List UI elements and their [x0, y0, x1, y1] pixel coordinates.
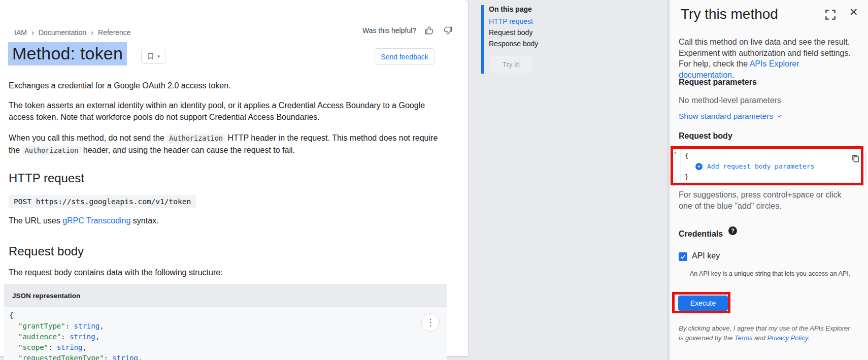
- panel-description: Call this method on live data and see th…: [679, 37, 852, 80]
- json-representation-header: JSON representation: [4, 284, 447, 307]
- json-code: { "grantType": string, "audience": strin…: [4, 307, 447, 360]
- text: When you call this method, do not send t…: [9, 134, 166, 142]
- code-line: {: [9, 310, 447, 321]
- json-key: "scope": [18, 343, 48, 351]
- http-request-code: POST https://sts.googleapis.com/v1/token: [9, 195, 196, 208]
- heading-request-parameters: Request parameters: [679, 78, 757, 87]
- was-this-helpful: Was this helpful?: [362, 25, 453, 36]
- breadcrumb-item-reference[interactable]: Reference: [98, 28, 131, 37]
- code-more-options-button[interactable]: ⋮: [421, 313, 440, 332]
- kebab-icon: ⋮: [426, 317, 435, 328]
- thumb-down-icon[interactable]: [443, 25, 453, 36]
- code-line: "requestedTokenType": string,: [9, 353, 447, 360]
- inline-code-authorization: Authorization: [166, 134, 225, 143]
- privacy-policy-link[interactable]: Privacy Policy: [767, 334, 808, 342]
- request-body-intro: The request body contains data with the …: [9, 267, 439, 279]
- punct: ,: [138, 354, 142, 360]
- punct: ,: [82, 343, 86, 351]
- punct: :: [65, 322, 74, 330]
- breadcrumb: IAM › Documentation › Reference: [14, 28, 131, 37]
- page-title: Method: token: [8, 44, 127, 63]
- toc-link-request-body[interactable]: Request body: [489, 28, 532, 37]
- add-request-body-parameters-link[interactable]: +Add request body parameters: [695, 161, 814, 172]
- breadcrumb-item-iam[interactable]: IAM: [14, 28, 27, 37]
- api-key-checkbox[interactable]: [679, 252, 687, 261]
- legal-text: By clicking above, I agree that my use o…: [679, 324, 850, 343]
- request-body-editor[interactable]: ▾ { +Add request body parameters }: [672, 149, 865, 182]
- heading-credentials: Credentials: [679, 230, 723, 239]
- no-parameters-text: No method-level parameters: [679, 96, 781, 105]
- text: header, and using the header can cause t…: [81, 146, 295, 154]
- json-value: string: [112, 354, 138, 360]
- code-line: "scope": string,: [9, 342, 447, 353]
- chevron-down-icon: [776, 113, 782, 119]
- punct: ,: [95, 333, 99, 341]
- page-root: IAM › Documentation › Reference Was this…: [0, 0, 868, 360]
- code-line: "audience": string,: [9, 332, 447, 342]
- code-line: }: [685, 172, 814, 182]
- send-feedback-button[interactable]: Send feedback: [375, 48, 435, 65]
- suggestions-hint: For suggestions, press control+space or …: [679, 189, 856, 212]
- fullscreen-icon[interactable]: [824, 8, 837, 21]
- json-key: "grantType": [18, 322, 65, 330]
- text: Add request body parameters: [707, 161, 814, 172]
- try-this-method-panel: Try this method ✕ Call this method on li…: [669, 0, 868, 360]
- help-icon[interactable]: ?: [728, 226, 737, 235]
- text: The URL uses: [9, 216, 62, 225]
- inline-code-authorization: Authorization: [22, 146, 81, 155]
- code-line: {: [685, 150, 814, 161]
- article-card: IAM › Documentation › Reference Was this…: [0, 0, 468, 356]
- chevron-right-icon: ›: [91, 28, 93, 37]
- json-value: string: [70, 333, 95, 341]
- api-key-label: API key: [692, 251, 720, 260]
- punct: :: [61, 333, 70, 341]
- panel-title: Try this method: [681, 6, 778, 22]
- close-icon[interactable]: ✕: [849, 6, 858, 18]
- terms-link[interactable]: Terms: [735, 334, 753, 342]
- try-it-button[interactable]: Try it!: [490, 56, 532, 73]
- text: .: [808, 334, 810, 342]
- json-value: string: [74, 322, 100, 330]
- on-this-page-accent-bar: [481, 5, 484, 74]
- code-line: "grantType": string,: [9, 321, 447, 332]
- heading-http-request: HTTP request: [9, 171, 84, 185]
- selected-title-text: Method: token: [8, 42, 127, 66]
- grpc-transcoding-link[interactable]: gRPC Transcoding: [62, 216, 130, 225]
- bookmark-icon: [147, 52, 155, 60]
- show-standard-parameters-link[interactable]: Show standard parameters: [679, 112, 782, 121]
- json-key: "requestedTokenType": [18, 354, 104, 360]
- editor-code: { +Add request body parameters }: [685, 150, 814, 182]
- caret-down-icon: ▾: [157, 54, 160, 59]
- json-key: "audience": [18, 333, 61, 341]
- add-circle-icon: +: [695, 163, 703, 170]
- thumb-up-icon[interactable]: [424, 25, 435, 36]
- grpc-line: The URL uses gRPC Transcoding syntax.: [9, 216, 159, 225]
- bookmark-button[interactable]: ▾: [141, 49, 165, 64]
- punct: :: [48, 343, 57, 351]
- json-representation-block: JSON representation { "grantType": strin…: [4, 284, 447, 360]
- helpful-question: Was this helpful?: [362, 26, 416, 35]
- api-key-description: An API key is a unique string that lets …: [690, 270, 860, 277]
- editor-gutter: ▾: [672, 149, 681, 182]
- paragraph-summary: Exchanges a credential for a Google OAut…: [9, 80, 439, 92]
- text: syntax.: [130, 216, 158, 225]
- punct: :: [104, 354, 113, 360]
- chevron-right-icon: ›: [31, 28, 34, 37]
- toc-link-http-request[interactable]: HTTP request: [489, 17, 533, 25]
- punct: ,: [99, 322, 104, 330]
- text: Show standard parameters: [679, 112, 773, 121]
- text: and: [753, 334, 767, 342]
- fold-toggle-icon[interactable]: ▾: [674, 150, 677, 155]
- breadcrumb-item-documentation[interactable]: Documentation: [39, 28, 86, 37]
- execute-button[interactable]: Execute: [678, 296, 728, 311]
- toc-link-response-body[interactable]: Response body: [489, 40, 538, 48]
- heading-request-body: Request body: [9, 244, 84, 258]
- json-value: string: [57, 343, 83, 351]
- copy-icon[interactable]: [851, 154, 860, 163]
- paragraph-token-asserts: The token asserts an external identity w…: [9, 100, 439, 123]
- check-icon: [680, 253, 686, 260]
- heading-panel-request-body: Request body: [679, 132, 732, 141]
- on-this-page-title: On this page: [489, 5, 532, 13]
- paragraph-authorization: When you call this method, do not send t…: [9, 132, 439, 156]
